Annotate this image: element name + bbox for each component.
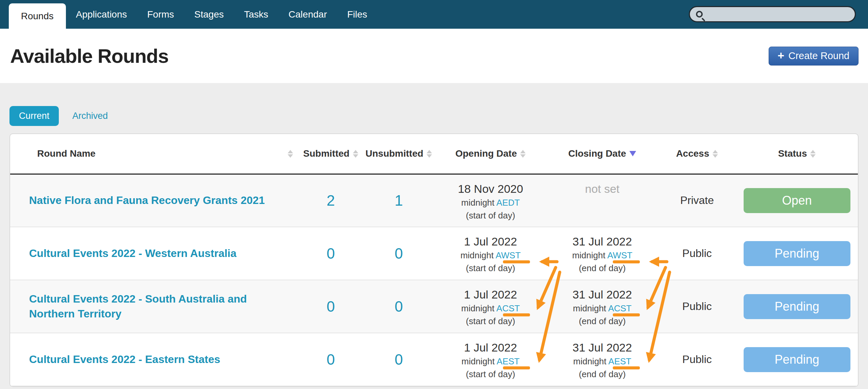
opening-date-cell: 18 Nov 2020 midnight AEDT (start of day)	[435, 174, 547, 227]
day-note: (start of day)	[435, 263, 547, 273]
rounds-table-card: Round Name Submitted Unsubmitted Opening…	[9, 133, 859, 387]
table-row: Cultural Events 2022 - South Australia a…	[10, 280, 858, 333]
timezone-link[interactable]: AEST	[608, 356, 631, 366]
nav-tab-applications[interactable]: Applications	[66, 0, 137, 29]
column-label: Status	[778, 148, 807, 159]
unsubmitted-count: 1	[363, 174, 435, 227]
column-header-unsubmitted[interactable]: Unsubmitted	[363, 134, 435, 174]
day-note: (end of day)	[547, 369, 658, 379]
time-label: midnight	[461, 303, 495, 313]
nav-tabs: Rounds Applications Forms Stages Tasks C…	[0, 0, 377, 29]
day-note: (end of day)	[547, 263, 658, 273]
page-header: Available Rounds + Create Round	[0, 29, 868, 83]
closing-date-cell: 31 Jul 2022 midnight ACST (end of day)	[547, 280, 658, 333]
column-label: Access	[676, 148, 709, 159]
create-round-button[interactable]: + Create Round	[769, 47, 859, 66]
column-label: Submitted	[303, 148, 349, 159]
submitted-count: 0	[298, 227, 363, 280]
date-value: 1 Jul 2022	[435, 288, 547, 301]
submitted-count: 0	[298, 280, 363, 333]
time-label: midnight	[573, 303, 606, 313]
unsubmitted-count: 0	[363, 227, 435, 280]
nav-tab-stages[interactable]: Stages	[184, 0, 234, 29]
round-name-link[interactable]: Cultural Events 2022 - Western Australia	[29, 247, 237, 259]
filter-current-button[interactable]: Current	[9, 106, 59, 126]
closing-date-cell: 31 Jul 2022 midnight AEST (end of day)	[547, 333, 658, 386]
sort-icon[interactable]	[288, 150, 293, 158]
time-label: midnight	[461, 356, 495, 366]
timezone-link[interactable]: ACST	[497, 303, 520, 313]
column-header-round-name[interactable]: Round Name	[10, 134, 298, 174]
day-note: (end of day)	[547, 316, 658, 326]
day-note: (start of day)	[435, 316, 547, 326]
table-header-row: Round Name Submitted Unsubmitted Opening…	[10, 134, 858, 174]
date-value: 18 Nov 2020	[435, 182, 547, 196]
submitted-count: 0	[298, 333, 363, 386]
nav-tab-rounds[interactable]: Rounds	[9, 3, 66, 29]
access-value: Public	[658, 333, 736, 386]
time-label: midnight	[572, 250, 605, 260]
time-label: midnight	[460, 250, 493, 260]
column-header-submitted[interactable]: Submitted	[298, 134, 363, 174]
sort-icon[interactable]	[520, 150, 526, 158]
round-name-link[interactable]: Cultural Events 2022 - Eastern States	[29, 353, 220, 365]
day-note: (start of day)	[435, 210, 547, 221]
sort-icon[interactable]	[713, 150, 718, 158]
access-value: Public	[658, 227, 736, 280]
timezone-link[interactable]: AEST	[497, 356, 520, 366]
column-header-closing-date[interactable]: Closing Date	[547, 134, 658, 174]
nav-tab-files[interactable]: Files	[337, 0, 377, 29]
filter-row: Current Archived	[9, 106, 859, 126]
table-row: Cultural Events 2022 - Eastern States 0 …	[10, 333, 858, 386]
search-input[interactable]	[703, 9, 855, 20]
date-value: 31 Jul 2022	[547, 235, 658, 248]
filter-archived-link[interactable]: Archived	[72, 111, 108, 121]
time-label: midnight	[461, 198, 495, 208]
round-name-link[interactable]: Native Flora and Fauna Recovery Grants 2…	[29, 194, 265, 206]
top-navigation: Rounds Applications Forms Stages Tasks C…	[0, 0, 868, 29]
timezone-link[interactable]: AWST	[607, 250, 632, 260]
opening-date-cell: 1 Jul 2022 midnight ACST (start of day)	[435, 280, 547, 333]
search-box[interactable]	[689, 6, 856, 22]
nav-tab-forms[interactable]: Forms	[137, 0, 184, 29]
table-row: Cultural Events 2022 - Western Australia…	[10, 227, 858, 280]
unsubmitted-count: 0	[363, 333, 435, 386]
closing-date-cell: not set	[547, 174, 658, 227]
day-note: (start of day)	[435, 369, 547, 379]
closing-date-cell: 31 Jul 2022 midnight AWST (end of day)	[547, 227, 658, 280]
status-button-pending[interactable]: Pending	[744, 241, 850, 266]
status-button-pending[interactable]: Pending	[744, 347, 850, 372]
column-header-status[interactable]: Status	[736, 134, 858, 174]
opening-date-cell: 1 Jul 2022 midnight AEST (start of day)	[435, 333, 547, 386]
page-title: Available Rounds	[10, 45, 169, 67]
time-label: midnight	[573, 356, 606, 366]
search-icon	[696, 11, 703, 18]
sort-icon[interactable]	[353, 150, 358, 158]
timezone-link[interactable]: AEDT	[497, 198, 520, 208]
plus-icon: +	[778, 50, 785, 61]
unsubmitted-count: 0	[363, 280, 435, 333]
nav-tab-calendar[interactable]: Calendar	[279, 0, 337, 29]
column-header-access[interactable]: Access	[658, 134, 736, 174]
column-label: Unsubmitted	[365, 148, 423, 159]
column-header-opening-date[interactable]: Opening Date	[435, 134, 547, 174]
sort-icon[interactable]	[427, 150, 432, 158]
date-value: 31 Jul 2022	[547, 341, 658, 354]
sort-desc-icon[interactable]	[629, 151, 636, 156]
table-row: Native Flora and Fauna Recovery Grants 2…	[10, 174, 858, 227]
date-value: 31 Jul 2022	[547, 288, 658, 301]
column-label: Opening Date	[455, 148, 517, 159]
date-value: 1 Jul 2022	[435, 235, 547, 248]
nav-tab-tasks[interactable]: Tasks	[234, 0, 279, 29]
rounds-table: Round Name Submitted Unsubmitted Opening…	[10, 134, 858, 386]
column-label: Round Name	[37, 148, 96, 159]
timezone-link[interactable]: ACST	[608, 303, 631, 313]
status-button-pending[interactable]: Pending	[744, 294, 850, 319]
access-value: Public	[658, 280, 736, 333]
date-value: 1 Jul 2022	[435, 341, 547, 354]
round-name-link[interactable]: Cultural Events 2022 - South Australia a…	[29, 293, 247, 319]
content-area: Current Archived Round Name Submitted	[0, 83, 868, 389]
sort-icon[interactable]	[810, 150, 816, 158]
timezone-link[interactable]: AWST	[496, 250, 521, 260]
status-button-open[interactable]: Open	[744, 188, 850, 213]
